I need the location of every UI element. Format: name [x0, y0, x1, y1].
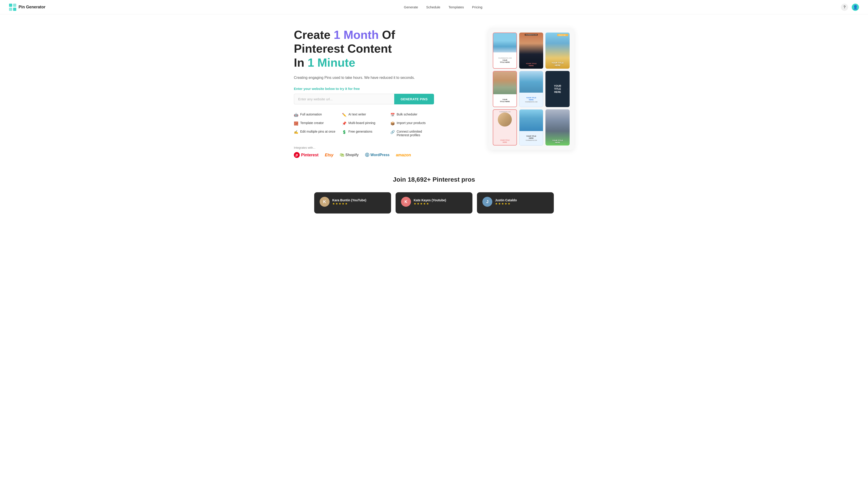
testimonial-3-header: J Justin Cataldo ★★★★★	[483, 197, 548, 207]
pinterest-label: Pinterest	[301, 153, 318, 158]
testimonial-2-name: Kate Kayes (Youtube)	[414, 198, 446, 202]
generate-pins-button[interactable]: GENERATE PINS	[394, 94, 434, 104]
pin-card-7[interactable]: YOURWEBSITE.COM YOUR TITLEHERE	[493, 109, 517, 145]
hero-title-part2: Of	[379, 28, 395, 41]
pin-card-1[interactable]: YOURWEBSITE.COM YOURTITLE HERE	[493, 33, 517, 69]
pin-card-8[interactable]: YOUR TITLEHERE YOURWEBSITE.COM	[519, 109, 544, 145]
nav-icons: ? 👤	[841, 4, 859, 11]
import-icon: 📦	[391, 121, 395, 126]
hero-title: Create 1 Month Of Pinterest Content In 1…	[294, 28, 434, 70]
hero-accent-1minute: 1 Minute	[308, 56, 355, 69]
website-input[interactable]	[294, 94, 394, 104]
feature-edit-multiple: ✍️ Edit multiple pins at once	[294, 129, 338, 138]
join-section: Join 18,692+ Pinterest pros	[0, 167, 868, 188]
hero-section: Create 1 Month Of Pinterest Content In 1…	[276, 14, 592, 167]
svg-rect-1	[13, 4, 16, 7]
testimonial-3-info: Justin Cataldo ★★★★★	[495, 198, 517, 205]
logo[interactable]: Pin Generator	[9, 4, 45, 11]
feature-multi-board: 📌 Multi-board pinning	[342, 120, 385, 127]
testimonial-1-info: Kara Buntin (YouTube) ★★★★★	[332, 198, 366, 205]
integration-wordpress[interactable]: ⓪ WordPress	[365, 152, 390, 158]
integration-amazon[interactable]: amazon	[396, 153, 411, 158]
integrations-row: p Pinterest Etsy 🛍 Shopify ⓪ WordPress	[294, 152, 434, 158]
feature-template-creator: 🧱 Template creator	[294, 120, 338, 127]
pin-grid-card: YOURWEBSITE.COM YOURTITLE HERE YOURWEBSI…	[488, 28, 574, 150]
svg-rect-2	[9, 8, 12, 11]
pin-card-3[interactable]: Check it out → YOUR TITLEHERE	[546, 33, 569, 69]
pin-card-9[interactable]: YOUR TITLEHERE	[546, 109, 569, 145]
logo-text: Pin Generator	[19, 5, 45, 9]
wordpress-label: WordPress	[370, 153, 390, 157]
feature-label: Bulk scheduler	[397, 112, 417, 116]
hero-title-line3-pre: In	[294, 56, 308, 69]
feature-label: Edit multiple pins at once	[300, 130, 336, 133]
feature-full-automation: 🤖 Full automation	[294, 111, 338, 118]
hero-input-row: GENERATE PINS	[294, 94, 434, 104]
nav-link-templates[interactable]: Templates	[448, 5, 464, 9]
testimonial-1: K Kara Buntin (YouTube) ★★★★★	[314, 192, 391, 214]
feature-import-products: 📦 Import your products	[391, 120, 434, 127]
testimonial-3-stars: ★★★★★	[495, 202, 517, 205]
join-title: Join 18,692+ Pinterest pros	[4, 176, 864, 183]
feature-label: Template creator	[300, 121, 324, 125]
navbar: Pin Generator Generate Schedule Template…	[0, 0, 868, 14]
features-grid: 🤖 Full automation ✏️ AI text writer 📅 Bu…	[294, 111, 434, 138]
testimonial-2-stars: ★★★★★	[414, 202, 446, 205]
hero-right: YOURWEBSITE.COM YOURTITLE HERE YOURWEBSI…	[488, 28, 574, 150]
testimonials-section: K Kara Buntin (YouTube) ★★★★★ K Kate Kay…	[0, 188, 868, 218]
amazon-label: amazon	[396, 153, 411, 158]
help-button[interactable]: ?	[841, 4, 848, 11]
feature-label: Free generations	[348, 130, 372, 133]
feature-label: AI text writer	[348, 112, 366, 116]
testimonial-2-info: Kate Kayes (Youtube) ★★★★★	[414, 198, 446, 205]
integration-pinterest[interactable]: p Pinterest	[294, 152, 318, 158]
integration-shopify[interactable]: 🛍 Shopify	[340, 153, 359, 158]
hero-cta-label: Enter your website below to try it for f…	[294, 87, 434, 91]
nav-links: Generate Schedule Templates Pricing	[404, 5, 483, 9]
feature-label: Import your products	[397, 121, 426, 125]
hero-subtitle: Creating engaging Pins used to take hour…	[294, 75, 434, 80]
connect-icon: 🔗	[391, 130, 395, 134]
testimonial-2: K Kate Kayes (Youtube) ★★★★★	[396, 192, 472, 214]
testimonial-3: J Justin Cataldo ★★★★★	[477, 192, 554, 214]
shopify-icon: 🛍	[340, 153, 344, 158]
feature-bulk-scheduler: 📅 Bulk scheduler	[391, 111, 434, 118]
integrations-label: Integrates with...	[294, 146, 434, 149]
nav-link-schedule[interactable]: Schedule	[426, 5, 440, 9]
testimonial-1-name: Kara Buntin (YouTube)	[332, 198, 366, 202]
ai-text-icon: ✏️	[342, 113, 346, 117]
hero-title-line2: Pinterest Content	[294, 42, 392, 55]
template-icon: 🧱	[294, 121, 298, 126]
testimonial-1-stars: ★★★★★	[332, 202, 366, 205]
pin-card-5[interactable]: YOUR TITLEHERE YOURWEBSITE.COM	[519, 71, 544, 107]
hero-accent-1month: 1 Month	[334, 28, 379, 41]
etsy-label: Etsy	[325, 153, 333, 158]
pin-card-6[interactable]: → YOURTITLEHERE	[546, 71, 569, 107]
automation-icon: 🤖	[294, 113, 298, 117]
testimonial-3-name: Justin Cataldo	[495, 198, 517, 202]
scheduler-icon: 📅	[391, 113, 395, 117]
integration-etsy[interactable]: Etsy	[325, 153, 333, 158]
hero-title-part1: Create	[294, 28, 334, 41]
feature-label: Connect unlimited Pinterest profiles	[397, 130, 434, 137]
hero-left: Create 1 Month Of Pinterest Content In 1…	[294, 28, 434, 158]
feature-label: Full automation	[300, 112, 322, 116]
feature-free-generations: 💲 Free generations	[342, 129, 385, 138]
testimonial-2-avatar: K	[401, 197, 411, 207]
nav-link-generate[interactable]: Generate	[404, 5, 418, 9]
wordpress-icon: ⓪	[365, 152, 369, 158]
user-account-button[interactable]: 👤	[852, 4, 859, 11]
logo-icon	[9, 4, 16, 11]
testimonial-3-avatar: J	[483, 197, 492, 207]
testimonial-1-avatar: K	[320, 197, 330, 207]
feature-connect-profiles: 🔗 Connect unlimited Pinterest profiles	[391, 129, 434, 138]
testimonial-1-header: K Kara Buntin (YouTube) ★★★★★	[320, 197, 385, 207]
pin-card-4[interactable]: YOURTITLE HERE	[493, 71, 517, 107]
free-icon: 💲	[342, 130, 346, 134]
pin-card-2[interactable]: YOURWEBSITE.COM YOUR TITLEHERE	[519, 33, 544, 69]
nav-link-pricing[interactable]: Pricing	[472, 5, 483, 9]
feature-label: Multi-board pinning	[348, 121, 375, 125]
pinterest-p-icon: p	[294, 152, 300, 158]
edit-icon: ✍️	[294, 130, 298, 134]
shopify-label: Shopify	[345, 153, 359, 157]
